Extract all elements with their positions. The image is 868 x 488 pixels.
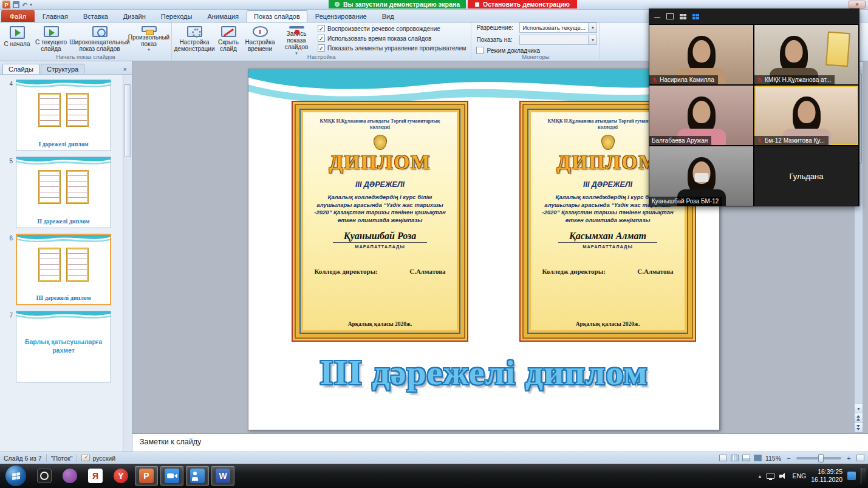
theme-name[interactable]: "Поток" bbox=[51, 455, 73, 462]
stop-sharing-button[interactable]: Остановить демонстрацию bbox=[468, 0, 577, 8]
slide-thumbnail-6-selected[interactable]: ІІІ дәрежелі диплом bbox=[16, 234, 111, 305]
volume-icon[interactable] bbox=[779, 473, 787, 480]
taskbar-icon-app[interactable] bbox=[58, 466, 81, 486]
fit-to-window-icon[interactable] bbox=[856, 455, 864, 461]
zoom-sharing-banner: Вы запустили демонстрацию экрана bbox=[329, 0, 466, 8]
scrollbar-thumb[interactable] bbox=[124, 84, 131, 157]
show-on-select[interactable]: ▾ bbox=[519, 35, 597, 45]
undo-icon[interactable]: ↶ bbox=[22, 2, 27, 8]
checkbox-play-narration[interactable]: ✓ Воспроизвести речевое сопровождение bbox=[318, 25, 466, 32]
taskbar-icon-word[interactable]: W bbox=[211, 466, 234, 486]
zoom-in-button[interactable]: + bbox=[845, 454, 853, 462]
taskbar-icon-search[interactable] bbox=[33, 466, 56, 486]
participant-name: Бм-12 Мажитова Қу... bbox=[765, 137, 825, 144]
participant-name: КМҚК Н.Құлжанова ат... bbox=[765, 76, 831, 83]
hide-slide-button[interactable]: Скрыть слайд bbox=[214, 24, 242, 53]
tab-file[interactable]: Файл bbox=[1, 10, 35, 22]
slide-sorter-view-icon[interactable] bbox=[731, 455, 739, 461]
tab-review[interactable]: Рецензирование bbox=[308, 10, 374, 22]
held-diploma bbox=[825, 32, 850, 67]
network-icon[interactable] bbox=[767, 473, 774, 479]
tab-outline[interactable]: Структура bbox=[41, 64, 84, 74]
checkbox-show-controls[interactable]: ✓ Показать элементы управления проигрыва… bbox=[318, 44, 466, 52]
scroll-down-icon[interactable]: ▼ bbox=[855, 404, 863, 413]
qat-dropdown-icon[interactable]: ▾ bbox=[30, 2, 32, 7]
grid-view-active-icon[interactable] bbox=[692, 14, 699, 19]
slide-thumbnail-7[interactable]: Барлық қатысушыларға рахмет bbox=[16, 311, 111, 382]
zoom-video-tile-active-speaker[interactable]: Бм-12 Мажитова Қу... bbox=[754, 85, 859, 146]
notification-icon[interactable] bbox=[847, 472, 856, 480]
group-label: Мониторы bbox=[471, 53, 600, 60]
taskbar-icon-zoom[interactable] bbox=[160, 466, 183, 486]
tab-view[interactable]: Вид bbox=[375, 10, 402, 22]
participant-name: Гульдана bbox=[790, 172, 824, 181]
slide-wordart-title[interactable]: ІІІ дәрежелі диплом bbox=[248, 352, 719, 393]
language-indicator[interactable]: русский bbox=[92, 455, 115, 462]
slide-number: 5 bbox=[4, 157, 16, 228]
next-slide-button[interactable] bbox=[855, 422, 863, 432]
reading-view-icon[interactable] bbox=[742, 455, 750, 461]
rehearse-timings-button[interactable]: Настройка времени bbox=[242, 24, 278, 53]
window-close-button[interactable]: × bbox=[849, 1, 866, 8]
mini-diploma bbox=[38, 248, 61, 282]
notes-placeholder: Заметки к слайду bbox=[140, 438, 201, 446]
zoom-participants-panel: — Насирила Камилла КМҚК Н.Құлжанова ат..… bbox=[649, 8, 859, 206]
thumbnail-caption: ІІ дәрежелі диплом bbox=[16, 218, 111, 225]
tab-insert[interactable]: Вставка bbox=[76, 10, 115, 22]
diploma-awarded-label: МАРАПАТТАЛАДЫ bbox=[355, 244, 405, 249]
notes-pane[interactable]: Заметки к слайду bbox=[132, 433, 868, 452]
resolution-select[interactable]: Использовать текуще... ▾ bbox=[519, 22, 597, 33]
diploma-left[interactable]: КМҚК Н.Құлжанова атындағы Торғай гуманит… bbox=[292, 101, 468, 342]
tab-slides-thumbnails[interactable]: Слайды bbox=[2, 64, 39, 74]
custom-show-button[interactable]: Произвольный показ ▾ bbox=[129, 24, 169, 53]
taskbar-clock[interactable]: 16:39:25 16.11.2020 bbox=[811, 468, 842, 484]
diploma-recipient-name: Қуанышбай Роза bbox=[333, 231, 427, 243]
group-label: Настройка bbox=[172, 53, 471, 60]
gallery-view-icon[interactable] bbox=[680, 14, 686, 19]
sharing-indicator-icon bbox=[335, 2, 340, 7]
spelling-check-icon[interactable]: ✓ bbox=[81, 455, 90, 461]
taskbar-icon-yandex-browser[interactable]: Y bbox=[109, 466, 132, 486]
hidden-icons-chevron[interactable]: ▲ bbox=[758, 474, 762, 478]
broadcast-slideshow-button[interactable]: Широковещательный показ слайдов bbox=[70, 24, 129, 53]
tab-animations[interactable]: Анимация bbox=[200, 10, 246, 22]
save-icon[interactable] bbox=[13, 1, 19, 8]
zoom-video-tile-no-video[interactable]: Гульдана bbox=[754, 146, 859, 206]
taskbar-icon-yandex[interactable]: Я bbox=[84, 466, 107, 486]
zoom-video-tile[interactable]: Қуанышбай Роза БМ-12 bbox=[649, 146, 754, 206]
tab-transitions[interactable]: Переходы bbox=[154, 10, 200, 22]
checkbox-use-timings[interactable]: ✓ Использовать время показа слайдов bbox=[318, 35, 466, 42]
slide-thumbnail-5[interactable]: ІІ дәрежелі диплом bbox=[16, 157, 111, 228]
zoom-video-tile[interactable]: Насирила Камилла bbox=[649, 24, 754, 85]
panel-close-icon[interactable]: × bbox=[121, 66, 129, 74]
thumbnail-scrollbar[interactable] bbox=[123, 75, 132, 452]
previous-slide-button[interactable] bbox=[855, 413, 863, 422]
zoom-out-button[interactable]: − bbox=[785, 454, 793, 462]
from-beginning-button[interactable]: С начала bbox=[2, 24, 32, 53]
diploma-degree: ІІІ ДӘРЕЖЕЛІ bbox=[355, 180, 405, 189]
record-icon bbox=[289, 26, 304, 29]
zoom-video-tile[interactable]: Балғабаева Аружан bbox=[649, 85, 754, 146]
from-current-slide-button[interactable]: С текущего слайда bbox=[32, 24, 70, 53]
tab-home[interactable]: Главная bbox=[35, 10, 75, 22]
minimize-icon[interactable]: — bbox=[654, 13, 660, 20]
taskbar-icon-powerpoint[interactable]: P bbox=[135, 466, 158, 486]
slide-thumbnail-4[interactable]: І дәрежелі диплом bbox=[16, 80, 111, 151]
taskbar-icon-meeting[interactable] bbox=[186, 466, 209, 486]
statusbar: Слайд 6 из 7 "Поток" ✓ русский 115% − + bbox=[0, 452, 868, 464]
slideshow-view-icon[interactable] bbox=[754, 455, 762, 461]
zoom-slider-thumb[interactable] bbox=[818, 454, 824, 463]
normal-view-icon[interactable] bbox=[719, 455, 727, 461]
zoom-video-tile[interactable]: КМҚК Н.Құлжанова ат... bbox=[754, 24, 859, 85]
zoom-slider[interactable] bbox=[796, 457, 841, 459]
record-slideshow-button[interactable]: Запись показа слайдов ▾ bbox=[278, 24, 315, 53]
check-icon: ✓ bbox=[319, 45, 324, 52]
start-button[interactable] bbox=[5, 466, 26, 486]
tab-design[interactable]: Дизайн bbox=[116, 10, 153, 22]
show-desktop-button[interactable] bbox=[861, 468, 866, 484]
chevron-down-icon: ▾ bbox=[148, 47, 150, 52]
keyboard-language[interactable]: ENG bbox=[792, 472, 806, 480]
speaker-view-icon[interactable] bbox=[666, 13, 674, 19]
tab-slideshow[interactable]: Показ слайдов bbox=[247, 10, 307, 22]
setup-slideshow-button[interactable]: Настройка демонстрации bbox=[174, 24, 214, 53]
